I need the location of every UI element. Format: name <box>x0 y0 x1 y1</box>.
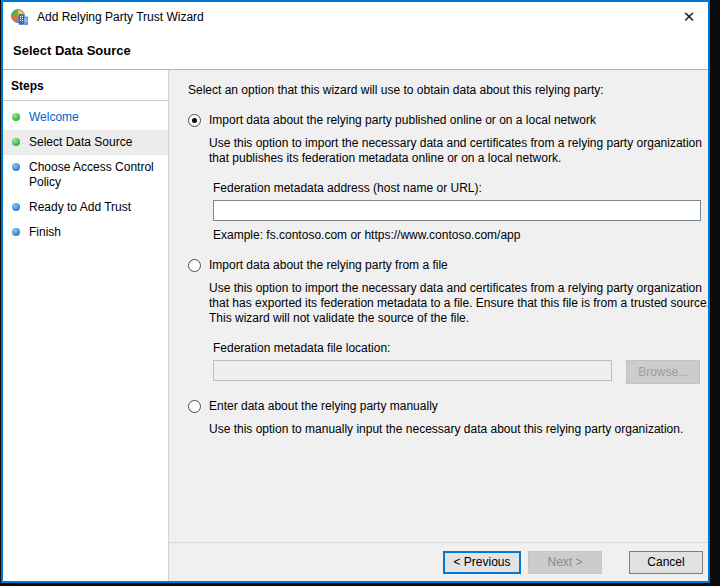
step-todo-bullet-icon <box>12 228 20 236</box>
radio-label[interactable]: Enter data about the relying party manua… <box>209 399 438 414</box>
main-panel: Select an option that this wizard will u… <box>169 70 708 581</box>
radio-label[interactable]: Import data about the relying party from… <box>209 258 448 273</box>
metadata-address-label: Federation metadata address (host name o… <box>213 181 700 196</box>
step-label: Choose Access Control Policy <box>29 160 159 190</box>
steps-sidebar: Steps Welcome Select Data Source Choose … <box>3 70 169 581</box>
window-title: Add Relying Party Trust Wizard <box>37 10 204 24</box>
radio-unselected-icon[interactable] <box>188 400 201 413</box>
next-button: Next > <box>528 551 602 574</box>
sidebar-item-choose-access-control-policy[interactable]: Choose Access Control Policy <box>3 155 168 195</box>
radio-selected-icon[interactable] <box>188 114 201 127</box>
metadata-address-input[interactable] <box>213 200 701 221</box>
cancel-button[interactable]: Cancel <box>629 551 703 574</box>
radio-label[interactable]: Import data about the relying party publ… <box>209 113 596 128</box>
step-label: Ready to Add Trust <box>29 200 131 215</box>
radio-import-online[interactable]: Import data about the relying party publ… <box>188 113 700 128</box>
relying-party-trust-icon <box>11 9 29 26</box>
example-text: Example: fs.contoso.com or https://www.c… <box>213 228 700 243</box>
step-todo-bullet-icon <box>12 163 20 171</box>
metadata-file-input <box>213 360 612 381</box>
metadata-file-label: Federation metadata file location: <box>213 341 700 356</box>
browse-button: Browse... <box>626 360 700 384</box>
radio-enter-manually[interactable]: Enter data about the relying party manua… <box>188 399 700 414</box>
sidebar-item-finish[interactable]: Finish <box>3 220 168 245</box>
step-label: Welcome <box>29 110 79 125</box>
radio-unselected-icon[interactable] <box>188 259 201 272</box>
step-todo-bullet-icon <box>12 203 20 211</box>
sidebar-item-select-data-source[interactable]: Select Data Source <box>3 130 168 155</box>
close-icon[interactable]: ✕ <box>678 6 700 28</box>
option-description: Use this option to manually input the ne… <box>209 422 708 437</box>
page-title: Select Data Source <box>3 32 708 70</box>
step-label: Select Data Source <box>29 135 132 150</box>
previous-button[interactable]: < Previous <box>443 551 521 574</box>
step-done-bullet-icon <box>12 113 20 121</box>
title-bar[interactable]: Add Relying Party Trust Wizard ✕ <box>3 2 708 32</box>
step-done-bullet-icon <box>12 138 20 146</box>
radio-import-file[interactable]: Import data about the relying party from… <box>188 258 700 273</box>
sidebar-item-ready-to-add-trust[interactable]: Ready to Add Trust <box>3 195 168 220</box>
wizard-window: Add Relying Party Trust Wizard ✕ Select … <box>1 0 710 583</box>
option-description: Use this option to import the necessary … <box>209 281 708 326</box>
steps-heading: Steps <box>3 70 168 101</box>
intro-text: Select an option that this wizard will u… <box>188 83 700 98</box>
sidebar-item-welcome[interactable]: Welcome <box>3 105 168 130</box>
button-bar: < Previous Next > Cancel <box>169 542 708 581</box>
step-label: Finish <box>29 225 61 240</box>
option-description: Use this option to import the necessary … <box>209 136 708 166</box>
